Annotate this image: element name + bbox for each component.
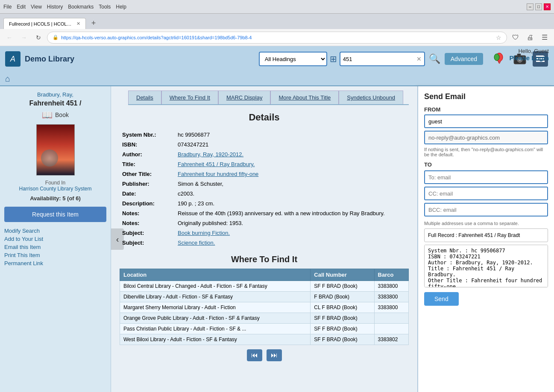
permanent-link[interactable]: Permanent Link (4, 260, 106, 267)
tab-marc-display[interactable]: MARC Display (218, 91, 271, 104)
send-email-button[interactable]: Send (424, 292, 459, 306)
bcc-input[interactable] (424, 203, 548, 216)
field-label: Publisher: (120, 179, 175, 189)
print-item-link[interactable]: Print This Item (4, 252, 106, 259)
search-area: All Headings Title Author Subject Series… (259, 50, 549, 67)
location-cell: Orange Grove Public Library - Adult - Fi… (120, 313, 311, 324)
menu-bookmarks[interactable]: Bookmarks (68, 4, 94, 10)
url-bar[interactable]: 🔒 https://qa-hcols-verso.auto-graphics.c… (47, 32, 507, 44)
minimize-button[interactable]: – (527, 3, 533, 10)
detail-area: ‹ Details Where To Find It MARC Display … (111, 86, 417, 392)
table-row: Other Title: Fahrenheit four hundred fif… (120, 169, 409, 179)
menu-edit[interactable]: Edit (17, 4, 26, 10)
col-call-number: Call Number (311, 269, 374, 281)
book-icon: 📖 (42, 110, 53, 120)
balloon-icon[interactable] (491, 50, 508, 67)
message-area[interactable]: System Nbr. : hc 99506877 ISBN : 0743247… (424, 245, 548, 287)
advanced-search-button[interactable]: Advanced (445, 53, 483, 65)
request-item-button[interactable]: Request this Item (4, 207, 106, 222)
multi-hint: Multiple addresses use a comma to separa… (424, 221, 548, 226)
location-cell: West Biloxi Library - Adult - Fiction - … (120, 334, 311, 345)
email-item-link[interactable]: Email this Item (4, 243, 106, 251)
barcode-cell (374, 324, 408, 334)
hamburger-icon[interactable]: ☰ (539, 32, 551, 44)
call-number-cell: F BRAD (Book) (311, 292, 374, 302)
modify-search-link[interactable]: Modify Search (4, 227, 106, 234)
maximize-button[interactable]: □ (535, 3, 542, 10)
menu-tools[interactable]: Tools (99, 4, 111, 10)
field-label: Date: (120, 189, 175, 199)
find-table-row: West Biloxi Library - Adult - Fiction - … (120, 334, 409, 345)
barcode-cell: 3383800 (374, 302, 408, 313)
barcode-cell: 3383802 (374, 334, 408, 345)
menu-help[interactable]: Help (116, 4, 126, 10)
find-table-row: Biloxi Central Library - Changed - Adult… (120, 281, 409, 292)
subject-link-1[interactable]: Book burning Fiction. (178, 230, 230, 236)
search-input[interactable] (343, 56, 415, 62)
new-tab-button[interactable]: + (88, 17, 100, 29)
book-type: 📖 Book (4, 110, 106, 120)
from-input[interactable] (424, 114, 548, 128)
home-button[interactable]: ⌂ (5, 74, 10, 84)
add-to-list-link[interactable]: Add to Your List (4, 235, 106, 243)
title-link[interactable]: Fahrenheit 451 / Ray Bradbury. (178, 161, 255, 167)
book-title: Fahrenheit 451 / (4, 99, 106, 107)
field-label: Description: (120, 199, 175, 208)
table-row: Author: Bradbury, Ray, 1920-2012. (120, 149, 409, 159)
subject-input[interactable] (424, 228, 548, 242)
tab-more-about[interactable]: More About This Title (270, 91, 339, 104)
tab-close-button[interactable]: ✕ (76, 21, 80, 26)
field-label: ISBN: (120, 140, 175, 149)
table-row: Description: 190 p. ; 23 cm. (120, 199, 409, 208)
from-label: FROM (424, 106, 548, 113)
clear-search-button[interactable]: ✕ (416, 56, 422, 62)
find-table-row: Diberville Library - Adult - Fiction - S… (120, 292, 409, 302)
other-title-link[interactable]: Fahrenheit four hundred fifty-one (178, 171, 258, 177)
subject-link-2[interactable]: Science fiction. (178, 240, 215, 246)
location-cell: Biloxi Central Library - Changed - Adult… (120, 281, 311, 292)
call-number-cell: SF F BRAD (Book) (311, 281, 374, 292)
heading-select[interactable]: All Headings Title Author Subject Series (259, 52, 327, 66)
cc-input[interactable] (424, 187, 548, 200)
reload-button[interactable]: ↻ (32, 32, 44, 44)
lock-icon: 🔒 (53, 35, 59, 40)
browser-tab[interactable]: Fullrecord | HCOLS | HCOLS | A... ✕ (3, 18, 86, 29)
book-author[interactable]: Bradbury, Ray, (4, 91, 106, 98)
tab-details[interactable]: Details (128, 91, 161, 104)
browser-menu: File Edit View History Bookmarks Tools H… (3, 4, 126, 10)
shield-icon[interactable]: 🛡 (510, 32, 522, 44)
found-in-library[interactable]: Harrison County Library System (4, 186, 106, 192)
tab-where-to-find[interactable]: Where To Find It (161, 91, 218, 104)
no-reply-input[interactable] (424, 131, 548, 144)
where-to-find-heading: Where To Find It (120, 255, 409, 264)
book-type-label: Book (55, 111, 69, 118)
to-input[interactable] (424, 170, 548, 184)
prev-page-button[interactable]: ⏮ (247, 349, 262, 361)
tab-label: Fullrecord | HCOLS | HCOLS | A... (9, 21, 73, 26)
tab-syndetics[interactable]: Syndetics Unbound (339, 91, 403, 104)
bookmark-icon[interactable]: ☆ (496, 34, 501, 41)
field-value: Simon & Schuster, (175, 179, 409, 189)
to-label: TO (424, 161, 548, 168)
forward-button[interactable]: → (18, 32, 30, 44)
print-icon[interactable]: 🖨 (524, 32, 536, 44)
back-button[interactable]: ← (3, 32, 15, 44)
menu-view[interactable]: View (31, 4, 42, 10)
menu-history[interactable]: History (47, 4, 63, 10)
field-value: c2003. (175, 189, 409, 199)
barcode-cell: 3383800 (374, 292, 408, 302)
field-label: Subject: (120, 228, 175, 238)
left-sidebar: Bradbury, Ray, Fahrenheit 451 / 📖 Book F… (0, 86, 111, 392)
author-link[interactable]: Bradbury, Ray, 1920-2012. (178, 151, 243, 158)
search-go-button[interactable]: 🔍 (428, 52, 442, 66)
app-header: A Demo Library All Headings Title Author… (0, 46, 554, 72)
login-link[interactable]: Please Login (509, 54, 549, 61)
field-label: Notes: (120, 208, 175, 218)
col-barcode: Barco (374, 269, 408, 281)
sub-header: ⌂ (0, 72, 554, 86)
availability: Availability: 5 (of 6) (4, 195, 106, 202)
close-button[interactable]: ✕ (544, 3, 551, 10)
menu-file[interactable]: File (3, 4, 12, 10)
next-page-button[interactable]: ⏭ (267, 349, 282, 361)
back-arrow-button[interactable]: ‹ (111, 228, 124, 250)
